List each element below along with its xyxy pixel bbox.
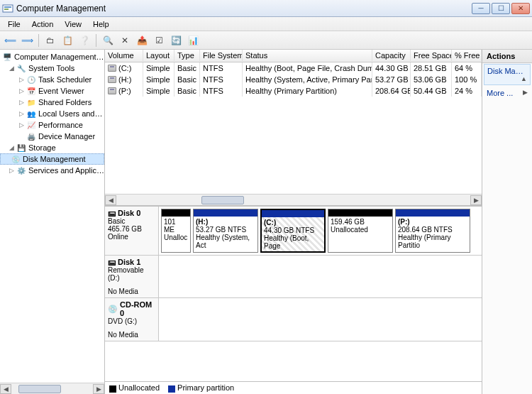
tree-task-scheduler[interactable]: ▷ 🕒 Task Scheduler [0, 74, 104, 85]
volume-rows: (C:)SimpleBasicNTFSHealthy (Boot, Page F… [105, 62, 482, 97]
close-button[interactable]: ✕ [511, 3, 530, 14]
expand-icon[interactable]: ▷ [17, 76, 26, 83]
partition-stripe [162, 209, 190, 217]
volume-row[interactable]: (C:)SimpleBasicNTFSHealthy (Boot, Page F… [105, 62, 482, 74]
tree-label: System Tools [28, 64, 104, 72]
titlebar: Computer Management ─ ☐ ✕ [0, 0, 532, 17]
expand-icon[interactable]: ▷ [17, 99, 26, 106]
expand-icon[interactable]: ▷ [17, 87, 26, 94]
partition[interactable]: (C:)44.30 GB NTFSHealthy (Boot, Page [260, 209, 326, 253]
disk-row: 🖴Disk 1Removable (D:)No Media [105, 256, 482, 298]
properties-button[interactable]: ❔ [77, 33, 92, 48]
partition[interactable]: 101 MEUnalloc [161, 209, 191, 253]
forward-button[interactable]: ⟹ [20, 33, 34, 48]
partition[interactable]: (H:)53.27 GB NTFSHealthy (System, Act [193, 209, 258, 253]
maximize-button[interactable]: ☐ [492, 3, 510, 14]
expand-icon[interactable]: ▷ [7, 167, 16, 174]
tree-device-manager[interactable]: 🖨️ Device Manager [0, 131, 104, 142]
tree-system-tools[interactable]: ◢ 🔧 System Tools [0, 62, 104, 74]
vlist-hscroll[interactable]: ◀ ▶ [105, 194, 482, 205]
legend: Unallocated Primary partition [105, 381, 482, 394]
back-button[interactable]: ⟸ [3, 33, 17, 48]
legend-label: Unallocated [118, 383, 160, 392]
tree-disk-management[interactable]: 💿 Disk Management [0, 153, 104, 165]
col-type[interactable]: Type [174, 50, 200, 61]
chevron-right-icon: ▶ [523, 89, 528, 96]
volume-list: Volume Layout Type File System Status Ca… [105, 50, 482, 206]
scroll-right-icon[interactable]: ▶ [470, 195, 482, 205]
tree-root[interactable]: 🖥️ Computer Management (Local [0, 51, 104, 62]
tree-label: Local Users and Groups [38, 109, 104, 118]
col-free[interactable]: Free Space [411, 50, 452, 61]
col-pct[interactable]: % Free [452, 50, 482, 61]
scroll-right-icon[interactable]: ▶ [93, 384, 104, 394]
menu-view[interactable]: View [60, 18, 87, 30]
tree-storage[interactable]: ◢ 💾 Storage [0, 142, 104, 153]
perf-icon: 📈 [26, 120, 37, 130]
scroll-thumb[interactable] [201, 196, 244, 204]
partition[interactable]: 159.46 GBUnallocated [328, 209, 393, 253]
settings-button[interactable]: ☑ [152, 33, 166, 48]
menu-help[interactable]: Help [88, 18, 114, 30]
help-button[interactable]: 📊 [186, 33, 200, 48]
partition-body: (P:)208.64 GB NTFSHealthy (Primary Parti… [396, 217, 470, 252]
minimize-button[interactable]: ─ [472, 3, 490, 14]
window-title: Computer Management [16, 4, 472, 13]
actions-pane: Actions Disk Mana...▲ More ...▶ [482, 50, 532, 394]
scroll-left-icon[interactable]: ◀ [0, 384, 11, 394]
legend-unallocated: Unallocated [109, 383, 160, 392]
drive-icon [108, 76, 116, 83]
collapse-icon[interactable]: ◢ [7, 65, 16, 72]
col-filesystem[interactable]: File System [200, 50, 243, 61]
menu-file[interactable]: File [3, 18, 26, 30]
disk-rows: 🖴Disk 0Basic465.76 GBOnline101 MEUnalloc… [105, 207, 482, 341]
users-icon: 👥 [26, 109, 37, 119]
col-status[interactable]: Status [243, 50, 372, 61]
legend-primary: Primary partition [168, 383, 234, 392]
app-icon [2, 3, 13, 14]
menu-action[interactable]: Action [27, 18, 59, 30]
disk-icon: 💿 [10, 154, 21, 164]
scroll-track[interactable] [116, 195, 470, 205]
disk-info[interactable]: 🖴Disk 0Basic465.76 GBOnline [105, 207, 159, 255]
up-button[interactable]: 🗀 [43, 33, 57, 48]
delete-button[interactable]: ✕ [118, 33, 132, 48]
rescan-button[interactable]: 🔄 [169, 33, 183, 48]
show-hide-button[interactable]: 📋 [60, 33, 74, 48]
drive-icon [108, 65, 116, 72]
scroll-thumb[interactable] [18, 385, 61, 393]
disk-info[interactable]: 💿CD-ROM 0DVD (G:)No Media [105, 298, 159, 341]
tree-event-viewer[interactable]: ▷ 📅 Event Viewer [0, 85, 104, 97]
tree-local-users[interactable]: ▷ 👥 Local Users and Groups [0, 108, 104, 119]
collapse-icon[interactable]: ◢ [7, 144, 16, 151]
actions-more[interactable]: More ...▶ [482, 86, 532, 100]
expand-icon[interactable]: ▷ [17, 110, 26, 117]
tree-performance[interactable]: ▷ 📈 Performance [0, 119, 104, 131]
export-button[interactable]: 📤 [135, 33, 149, 48]
svg-rect-1 [4, 6, 11, 8]
volume-header: Volume Layout Type File System Status Ca… [105, 50, 482, 62]
tree-services-apps[interactable]: ▷ ⚙️ Services and Applications [0, 165, 104, 176]
services-icon: ⚙️ [16, 165, 27, 175]
actions-label: More ... [487, 89, 513, 97]
col-capacity[interactable]: Capacity [372, 50, 411, 61]
disk-info[interactable]: 🖴Disk 1Removable (D:)No Media [105, 256, 159, 297]
refresh-button[interactable]: 🔍 [101, 33, 115, 48]
actions-disk-mana[interactable]: Disk Mana...▲ [484, 64, 531, 85]
tree-label: Device Manager [38, 132, 104, 141]
partition[interactable]: (P:)208.64 GB NTFSHealthy (Primary Parti… [395, 209, 470, 253]
volume-row[interactable]: (P:)SimpleBasicNTFSHealthy (Primary Part… [105, 85, 482, 97]
tree-root-label: Computer Management (Local [14, 53, 104, 61]
col-volume[interactable]: Volume [105, 50, 143, 61]
partition-stripe [328, 209, 392, 217]
col-layout[interactable]: Layout [143, 50, 174, 61]
volume-row[interactable]: (H:)SimpleBasicNTFSHealthy (System, Acti… [105, 74, 482, 85]
scroll-left-icon[interactable]: ◀ [105, 195, 116, 205]
disk-icon: 🖴 [108, 209, 116, 217]
scroll-track[interactable] [11, 384, 93, 394]
center-pane: Volume Layout Type File System Status Ca… [105, 50, 482, 394]
toolbar: ⟸ ⟹ 🗀 📋 ❔ 🔍 ✕ 📤 ☑ 🔄 📊 [0, 31, 532, 50]
tree-shared-folders[interactable]: ▷ 📁 Shared Folders [0, 97, 104, 108]
expand-icon[interactable]: ▷ [17, 121, 26, 128]
tree-hscroll[interactable]: ◀ ▶ [0, 383, 104, 394]
